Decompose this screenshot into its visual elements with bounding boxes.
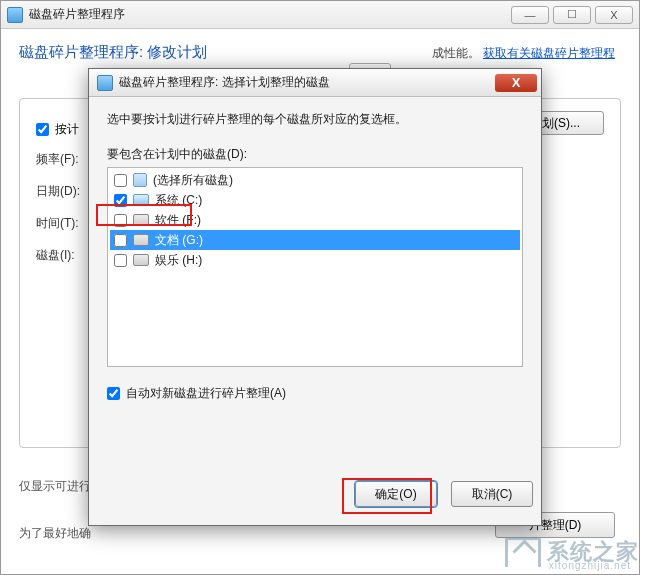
date-label: 日期(D): — [36, 183, 96, 200]
cancel-button[interactable]: 取消(C) — [451, 481, 533, 507]
schedule-check-label: 按计 — [55, 121, 79, 138]
dialog-title: 磁盘碎片整理程序: 选择计划整理的磁盘 — [119, 74, 495, 91]
disk-row-h[interactable]: 娱乐 (H:) — [110, 250, 520, 270]
disk-label: 磁盘(I): — [36, 247, 96, 264]
frequency-label: 频率(F): — [36, 151, 96, 168]
watermark-subtext: xitongzhijia.net — [549, 560, 631, 571]
auto-defrag-checkbox[interactable] — [107, 387, 120, 400]
disk-icon — [133, 234, 149, 246]
dialog-close-button[interactable]: X — [495, 74, 537, 92]
performance-text: 成性能。 获取有关磁盘碎片整理程 — [432, 45, 615, 62]
window-controls: — ☐ X — [511, 6, 633, 24]
disk-check-all[interactable] — [114, 174, 127, 187]
multi-disk-icon — [133, 173, 147, 187]
minimize-button[interactable]: — — [511, 6, 549, 24]
disk-label-f: 软件 (F:) — [155, 212, 201, 229]
system-disk-icon — [133, 194, 149, 206]
defrag-icon — [97, 75, 113, 91]
auto-defrag-row: 自动对新磁盘进行碎片整理(A) — [107, 385, 523, 402]
disk-check-h[interactable] — [114, 254, 127, 267]
ok-button[interactable]: 确定(O) — [355, 481, 437, 507]
disk-row-g[interactable]: 文档 (G:) — [110, 230, 520, 250]
disk-row-all[interactable]: (选择所有磁盘) — [110, 170, 520, 190]
disk-label-all: (选择所有磁盘) — [153, 172, 233, 189]
close-button[interactable]: X — [595, 6, 633, 24]
schedule-checkbox[interactable] — [36, 123, 49, 136]
disk-icon — [133, 214, 149, 226]
disk-label-g: 文档 (G:) — [155, 232, 203, 249]
disk-label-h: 娱乐 (H:) — [155, 252, 202, 269]
window-title: 磁盘碎片整理程序 — [29, 6, 511, 23]
disk-label-c: 系统 (C:) — [155, 192, 202, 209]
watermark-logo-icon — [505, 537, 541, 567]
defrag-icon — [7, 7, 23, 23]
auto-defrag-label: 自动对新磁盘进行碎片整理(A) — [126, 385, 286, 402]
disk-check-g[interactable] — [114, 234, 127, 247]
dialog-titlebar: 磁盘碎片整理程序: 选择计划整理的磁盘 X — [89, 69, 541, 97]
dialog-body: 选中要按计划进行碎片整理的每个磁盘所对应的复选框。 要包含在计划中的磁盘(D):… — [89, 97, 541, 479]
disk-check-c[interactable] — [114, 194, 127, 207]
watermark: 系统之家 xitongzhijia.net — [505, 537, 639, 567]
disk-row-c[interactable]: 系统 (C:) — [110, 190, 520, 210]
disk-check-f[interactable] — [114, 214, 127, 227]
disk-icon — [133, 254, 149, 266]
instruction-text: 选中要按计划进行碎片整理的每个磁盘所对应的复选框。 — [107, 111, 523, 128]
disks-listbox[interactable]: (选择所有磁盘) 系统 (C:) 软件 (F:) 文档 (G:) 娱乐 (H:) — [107, 167, 523, 367]
disk-row-f[interactable]: 软件 (F:) — [110, 210, 520, 230]
time-label: 时间(T): — [36, 215, 96, 232]
titlebar: 磁盘碎片整理程序 — ☐ X — [1, 1, 639, 29]
perf-link[interactable]: 获取有关磁盘碎片整理程 — [483, 46, 615, 60]
perf-plain: 成性能。 — [432, 46, 480, 60]
select-disks-dialog: 磁盘碎片整理程序: 选择计划整理的磁盘 X 选中要按计划进行碎片整理的每个磁盘所… — [88, 68, 542, 526]
maximize-button[interactable]: ☐ — [553, 6, 591, 24]
disks-list-label: 要包含在计划中的磁盘(D): — [107, 146, 523, 163]
dialog-footer: 确定(O) 取消(C) — [89, 479, 541, 525]
